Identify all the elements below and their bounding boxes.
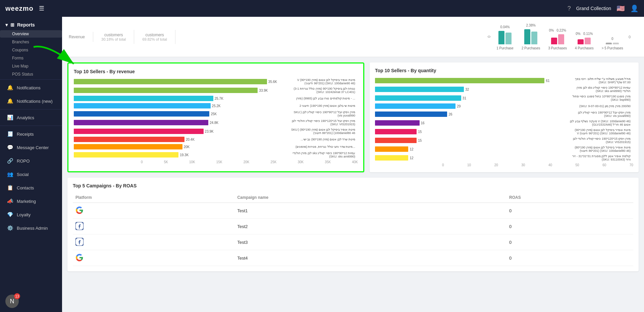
bar-row: מזרן ויסקו יובל 15*120*190 כיסויי קוולינ… bbox=[74, 119, 358, 126]
revenue-x-axis: 05K10K15K20K25K30K35K40K bbox=[74, 160, 358, 164]
bar-value: 15 bbox=[418, 139, 422, 142]
notifications-new-label: Notifications (new) bbox=[17, 99, 53, 104]
bar-value: 25.7K bbox=[215, 97, 223, 100]
x-axis-label: 40K bbox=[352, 160, 358, 164]
sidebar-item-business-admin[interactable]: ⚙️ Business Admin bbox=[1, 222, 61, 234]
bar-value: 61 bbox=[546, 79, 549, 83]
navbar-right: ? Grand Collection 🇺🇸 👤 bbox=[568, 4, 639, 12]
roas-cell: 0 bbox=[506, 219, 633, 234]
x-axis-label: 0 bbox=[141, 160, 143, 164]
bar-container: 35.6K bbox=[74, 79, 291, 84]
google-icon bbox=[75, 254, 84, 262]
sidebar-reports-header[interactable]: ▾ ⊞ Reports bbox=[0, 19, 62, 30]
roas-cell: 0 bbox=[506, 234, 633, 250]
x-axis-label: 10 bbox=[467, 163, 471, 167]
facebook-icon bbox=[75, 238, 84, 246]
sidebar-item-marketing[interactable]: 📣 Marketing bbox=[1, 195, 61, 208]
bar-container: 12 bbox=[375, 155, 570, 161]
help-icon[interactable]: ? bbox=[568, 5, 571, 12]
menu-button[interactable]: ☰ bbox=[39, 5, 44, 12]
bar-row: ... - מיטות קולמתיים טורו צבע לבן (9965)… bbox=[74, 96, 358, 101]
campaign-name-cell: Test2 bbox=[234, 219, 506, 234]
bar-value: 19.3K bbox=[180, 153, 189, 157]
sidebar-sub-posstatus[interactable]: POS Status bbox=[0, 70, 62, 78]
bar-label: קולמת אופיר אטון ללבן מסגרת 31*31*31 - ז… bbox=[570, 154, 633, 161]
ret-customers-label: customers bbox=[142, 33, 167, 37]
sidebar-item-notifications[interactable]: 🔔 Notifications bbox=[1, 81, 61, 94]
x-axis-label: 40 bbox=[548, 163, 552, 167]
bar-label: מח'ל מובצע משלוח ע"י שליח תלוב- זיכוי בס… bbox=[570, 77, 633, 84]
message-center-icon: 💬 bbox=[7, 144, 13, 150]
reports-label: Reports bbox=[17, 22, 35, 28]
pf-label-2: 2 Purchases bbox=[522, 46, 540, 50]
bar-row: ...מיטת שדר וחצי כולל נגרחת, מגירות (מוז… bbox=[74, 144, 358, 149]
store-name: Grand Collection bbox=[576, 6, 611, 11]
user-icon[interactable]: 👤 bbox=[630, 4, 639, 12]
bar-row: מזרן ויסקו יובל 12*90*190 כיסויי קוולינ … bbox=[74, 110, 358, 117]
bar-fill bbox=[375, 95, 461, 101]
analytics-label: Analytics bbox=[17, 115, 34, 120]
sidebar-sub-livemap[interactable]: Live Map bbox=[0, 62, 62, 70]
sidebar-item-loyalty[interactable]: 💎 Loyalty bbox=[1, 208, 61, 221]
sidebar-item-ropo[interactable]: 🔗 ROPO bbox=[1, 154, 61, 167]
bar-container: 29 bbox=[375, 103, 570, 109]
sidebar-item-contacts[interactable]: 📋 Contacts bbox=[1, 181, 61, 194]
sidebar-item-analytics[interactable]: 📊 Analytics bbox=[1, 111, 61, 124]
contacts-icon: 📋 bbox=[7, 185, 13, 191]
bar-row: עמיות 12*90*190 כיסויי קוולינ sks לבן מז… bbox=[375, 86, 633, 93]
sidebar-item-message-center[interactable]: 💬 Message Center bbox=[1, 141, 61, 154]
bar-row: קולמת אופיר אטון ללבן מסגרת 31*31*31 - ז… bbox=[375, 154, 633, 161]
bar-row: מיטת אופייר ביסיקל לבן אטום (מזרן 190*90… bbox=[375, 128, 633, 135]
sidebar-item-notifications-new[interactable]: 🔔 Notifications (new) bbox=[1, 95, 61, 107]
avatar[interactable]: N 13 bbox=[5, 295, 19, 308]
sidebar-item-social[interactable]: 👥 Social bbox=[1, 168, 61, 181]
returning-customers-stat: customers 69.82% of total bbox=[134, 30, 175, 44]
x-axis-label: 20 bbox=[494, 163, 498, 167]
x-axis-label: 30K bbox=[298, 160, 304, 164]
bar-row: מיטות שי בלבן אטום (מזרן 190*190) חיצוני… bbox=[74, 103, 358, 108]
bar-container: 61 bbox=[375, 78, 570, 83]
sidebar-sub-overview[interactable]: Overview bbox=[0, 30, 62, 38]
notifications-label: Notifications bbox=[17, 85, 41, 90]
x-axis-label: 20K bbox=[244, 160, 250, 164]
bar-value: 20K bbox=[184, 145, 190, 149]
pf-label-5: > 5 Purchases bbox=[602, 46, 623, 50]
bar-label: V (SKU: 100danie90 46) מעקה נשלף צבע לבן… bbox=[570, 120, 633, 126]
bar-container: 23.9K bbox=[74, 129, 291, 134]
avatar-badge: 13 bbox=[14, 293, 20, 299]
bar-container: 20K bbox=[74, 144, 291, 149]
pf-group-4: 0% 0.11% 4 Purchases bbox=[575, 32, 594, 50]
sidebar-sub-branches[interactable]: Branches bbox=[0, 38, 62, 46]
top-sellers-quantity-card: Top 10 Sellers - By quantity מח'ל מובצע … bbox=[370, 62, 639, 172]
main-content: Revenue customers 30.18% of total custom… bbox=[62, 17, 644, 312]
bar-container: 20.4K bbox=[74, 137, 291, 142]
sidebar-sub-forms[interactable]: Forms bbox=[0, 54, 62, 62]
bar-fill bbox=[375, 120, 420, 126]
platform-cell bbox=[73, 203, 234, 219]
bar-value: 12 bbox=[410, 156, 413, 160]
bar-container: 19.3K bbox=[74, 152, 291, 158]
contacts-label: Contacts bbox=[17, 185, 34, 190]
sidebar-sub-coupons[interactable]: Coupons bbox=[0, 46, 62, 54]
marketing-label: Marketing bbox=[17, 199, 36, 204]
revenue-stat: Revenue bbox=[69, 32, 93, 42]
navbar: weezmo ☰ ? Grand Collection 🇺🇸 👤 bbox=[0, 0, 644, 17]
sidebar-item-receipts[interactable]: 🧾 Receipts bbox=[1, 128, 61, 140]
table-row: Test30 bbox=[73, 234, 633, 250]
bar-fill bbox=[375, 112, 447, 117]
bar-row: 200/90 מזרן מזרן מון (SKU: 9-07-00-01)29 bbox=[375, 103, 633, 109]
ropo-label: ROPO bbox=[17, 159, 30, 164]
bar-value: 12 bbox=[410, 147, 413, 151]
bar-row: V (SKU: 100danie90 46) מעקה נשלף צבע לבן… bbox=[375, 120, 633, 126]
language-flag[interactable]: 🇺🇸 bbox=[616, 4, 625, 12]
bar-label: מזרן ויסקו 15*120*190 כיסויי קוולינ הולנ… bbox=[570, 137, 633, 144]
bar-container: 15 bbox=[375, 138, 570, 143]
marketing-icon: 📣 bbox=[7, 198, 13, 204]
notifications-icon: 🔔 bbox=[7, 85, 13, 91]
bar-value: 29 bbox=[457, 104, 461, 108]
bar-label: נגוחה-לבן ביסיקל 190*90 (מזרן כולל נגרחת… bbox=[291, 87, 358, 94]
x-axis-label: 70 bbox=[630, 163, 633, 167]
table-row: Test20 bbox=[73, 219, 633, 234]
bar-container: 25.2K bbox=[74, 103, 291, 108]
x-axis-label: 10K bbox=[189, 160, 195, 164]
